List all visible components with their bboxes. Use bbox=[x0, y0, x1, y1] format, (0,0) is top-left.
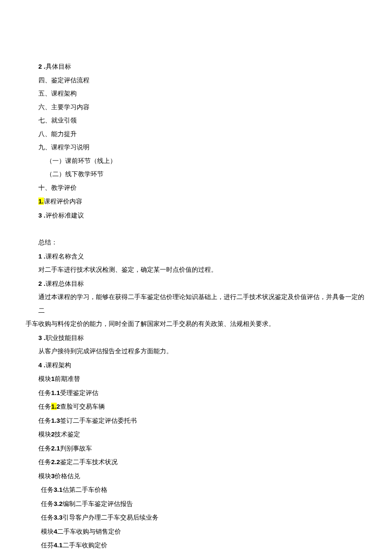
t32-prefix: 任务 bbox=[41, 500, 54, 507]
task-3-2: 任务3.2编制二手车鉴定评估报告 bbox=[26, 497, 366, 511]
outline-item-ba: 八、能力提升 bbox=[26, 128, 366, 141]
outline-item-jiu: 九、课程学习说明 bbox=[26, 141, 366, 154]
outline-item-wu: 五、课程架构 bbox=[26, 87, 366, 101]
outline-item-liu: 六、主要学习内容 bbox=[26, 101, 366, 114]
outline-item-qi: 七、就业引领 bbox=[26, 114, 366, 128]
t41-num: 4.1 bbox=[54, 541, 63, 549]
task-3-3: 任务3.3引导客户办理二手车交易后续业务 bbox=[26, 511, 366, 525]
task-2-2: 任务2.2鉴定二手车技术状况 bbox=[26, 455, 366, 469]
summary-3-title: 3 .职业技能目标 bbox=[26, 331, 366, 345]
num-2: 2 . bbox=[38, 63, 46, 70]
text-3: 评价标准建议 bbox=[46, 212, 84, 219]
outline-item-shi: 十、教学评价 bbox=[26, 181, 366, 195]
t21-prefix: 任务 bbox=[38, 445, 51, 452]
outline-item-jiu-2: （二）线下教学环节 bbox=[26, 168, 366, 181]
text-2: 具体目标 bbox=[46, 63, 71, 70]
module-1: 模块1前期准替 bbox=[26, 372, 366, 386]
t12-num-b: 2 bbox=[57, 403, 60, 410]
t32-text: 编制二手车鉴定评估报告 bbox=[63, 500, 133, 507]
num-3: 3 . bbox=[38, 212, 46, 219]
t13-text: 签订二手车鉴定评估委托书 bbox=[60, 417, 137, 424]
t11-text: 受理鉴定评估 bbox=[60, 389, 98, 396]
t33-text: 引导客户办理二手车交易后续业务 bbox=[63, 514, 159, 521]
s3-num: 3 . bbox=[38, 334, 46, 341]
t21-num: 2.1 bbox=[51, 445, 60, 452]
t11-prefix: 任务 bbox=[38, 389, 51, 396]
task-4-1: 任芬4.1二手车收购定价 bbox=[26, 538, 366, 552]
t12-text: 查脸可交易车辆 bbox=[60, 403, 105, 410]
t31-text: 估第二手车价格 bbox=[63, 486, 107, 493]
summary-1-title: 1 .课程名称含义 bbox=[26, 250, 366, 264]
outline-item-2: 2 .具体目标 bbox=[26, 60, 366, 74]
m4-text: 二手车收购与销售定价 bbox=[57, 528, 121, 535]
t11-num: 1.1 bbox=[51, 389, 60, 396]
num-1-highlight: 1. bbox=[38, 198, 44, 205]
summary-heading: 总结： bbox=[26, 236, 366, 250]
t41-text: 二手车收购定价 bbox=[63, 542, 107, 549]
s3-title-text: 职业技能目标 bbox=[46, 334, 84, 341]
text-1: 课程评价内容 bbox=[44, 198, 82, 205]
t22-text: 鉴定二手车技术状况 bbox=[60, 459, 118, 465]
t13-prefix: 任务 bbox=[38, 417, 51, 424]
t31-prefix: 任务 bbox=[41, 486, 54, 493]
outline-item-si: 四、鉴定评估流程 bbox=[26, 74, 366, 87]
summary-4-title: 4 .课程架构 bbox=[26, 358, 366, 372]
summary-2-body-a: 通过本课程的学习，能够在获得二手车鉴定估价理论知识基础上，进行二手技术状况鉴定及… bbox=[26, 291, 366, 317]
s2-num: 2 . bbox=[38, 280, 46, 287]
t21-text: 判别事故车 bbox=[60, 445, 92, 452]
s1-title-text: 课程名称含义 bbox=[46, 253, 84, 260]
s4-num: 4 . bbox=[38, 361, 46, 369]
outline-item-jiu-1: （一）课前环节（线上） bbox=[26, 154, 366, 168]
t33-prefix: 任务 bbox=[41, 514, 54, 521]
m4-prefix: 模块 bbox=[41, 528, 54, 535]
outline-item-3: 3 .评价标准建议 bbox=[26, 209, 366, 223]
module-2: 模块2技术鉴定 bbox=[26, 427, 366, 442]
section-spacer bbox=[26, 222, 366, 236]
t22-num: 2.2 bbox=[51, 458, 60, 465]
m1-text: 前期准替 bbox=[55, 375, 80, 382]
t32-num: 3.2 bbox=[54, 500, 63, 507]
t33-num: 3.3 bbox=[54, 514, 63, 521]
m3-text: 价格估兑 bbox=[55, 473, 80, 479]
m1-prefix: 模块 bbox=[38, 375, 51, 382]
t13-num: 1.3 bbox=[51, 417, 60, 424]
module-4: 模块4二手车收购与销售定价 bbox=[26, 525, 366, 539]
s1-num: 1 . bbox=[38, 253, 46, 260]
module-3: 模块3价格估兑 bbox=[26, 469, 366, 483]
task-1-1: 任务1.1受理鉴定评估 bbox=[26, 386, 366, 400]
m2-prefix: 模块 bbox=[38, 431, 51, 438]
outline-item-1: 1.课程评价内容 bbox=[26, 195, 366, 209]
task-2-1: 任务2.1判别事故车 bbox=[26, 442, 366, 456]
task-1-3: 任务1.3签订二手车鉴定评估委托书 bbox=[26, 414, 366, 428]
task-1-2: 任务1.2查脸可交易车辆 bbox=[26, 400, 366, 414]
task-3-1: 任务3.1估第二手车价格 bbox=[26, 483, 366, 497]
summary-1-body: 对二手车进行技术状况检测、鉴定，确定某一时点价值的过程。 bbox=[26, 263, 366, 277]
t12-num-highlight: 1. bbox=[51, 403, 57, 410]
m2-text: 技术鉴定 bbox=[55, 431, 80, 438]
t12-prefix: 任务 bbox=[38, 403, 51, 410]
summary-2-body-b: 手车收购与料传定价的能力，同时全面了解国家对二手交易的有关政策、法规相关要求。 bbox=[26, 317, 366, 331]
t41-prefix: 任芬 bbox=[41, 542, 54, 549]
s2-title-text: 课程总体目标 bbox=[46, 280, 84, 287]
m3-prefix: 模块 bbox=[38, 473, 51, 479]
summary-3-body: 从客户接待到完成评估报告全过程多方面能力。 bbox=[26, 345, 366, 358]
t31-num: 3.1 bbox=[54, 486, 63, 493]
summary-2-title: 2 .课程总体目标 bbox=[26, 277, 366, 291]
s4-title-text: 课程架构 bbox=[46, 362, 71, 369]
t22-prefix: 任务 bbox=[38, 459, 51, 465]
